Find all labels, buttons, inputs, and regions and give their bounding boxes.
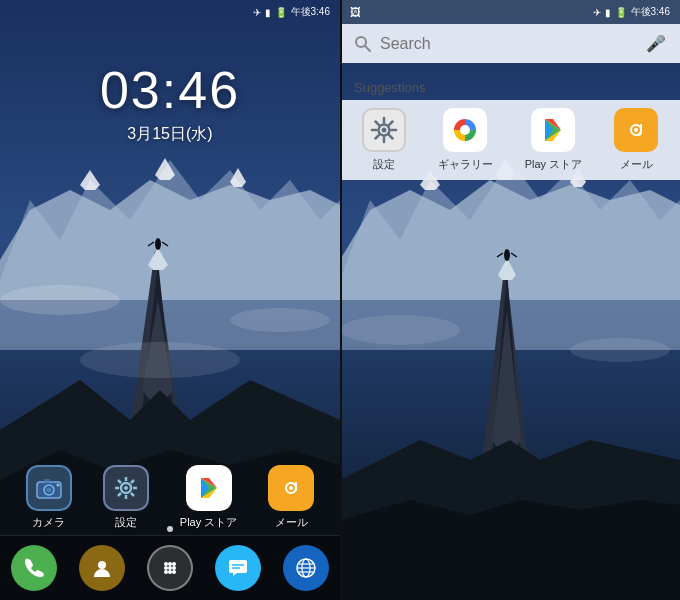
search-container: 🎤 (340, 24, 680, 63)
play-icon-left (186, 465, 232, 511)
svg-point-67 (504, 249, 510, 261)
page-dot (167, 526, 173, 532)
svg-line-83 (389, 135, 392, 138)
svg-rect-21 (44, 479, 50, 483)
sugg-play-icon (531, 108, 575, 152)
svg-point-77 (381, 128, 386, 133)
sugg-gallery-label: ギャラリー (438, 157, 493, 172)
svg-point-42 (172, 562, 176, 566)
svg-point-45 (172, 566, 176, 570)
airplane-icon-right: ✈ (593, 7, 601, 18)
svg-point-22 (56, 484, 59, 487)
suggestions-row: 設定 ギャラリー (340, 100, 680, 180)
dock-contacts[interactable] (79, 545, 125, 591)
svg-point-39 (98, 561, 106, 569)
sugg-mail[interactable]: メール (614, 108, 658, 172)
settings-icon-left (103, 465, 149, 511)
sugg-settings-label: 設定 (373, 157, 395, 172)
battery-icon-left: 🔋 (275, 7, 287, 18)
sugg-gallery-icon (443, 108, 487, 152)
app-mail[interactable]: メール (268, 465, 314, 530)
sugg-settings[interactable]: 設定 (362, 108, 406, 172)
svg-point-43 (164, 566, 168, 570)
left-panel: ✈ ▮ 🔋 午後3:46 03:46 3月15日(水) カメラ (0, 0, 340, 600)
svg-point-20 (46, 488, 51, 493)
sugg-mail-label: メール (620, 157, 653, 172)
dock-messages[interactable] (215, 545, 261, 591)
svg-point-16 (230, 308, 330, 332)
svg-point-86 (460, 125, 470, 135)
airplane-icon-left: ✈ (253, 7, 261, 18)
camera-icon (26, 465, 72, 511)
clock-time: 03:46 (0, 60, 340, 120)
bottom-apps-left: カメラ (0, 465, 340, 530)
sugg-mail-icon (614, 108, 658, 152)
status-bar-right: 🖼 ✈ ▮ 🔋 午後3:46 (340, 0, 680, 24)
dock-apps[interactable] (147, 545, 193, 591)
time-right: 午後3:46 (631, 5, 670, 19)
svg-point-40 (164, 562, 168, 566)
dock-browser[interactable] (283, 545, 329, 591)
sugg-play-label: Play ストア (525, 157, 582, 172)
svg-point-38 (289, 486, 293, 490)
page-dots (0, 526, 340, 532)
app-settings[interactable]: 設定 (103, 465, 149, 530)
panel-divider (340, 0, 342, 600)
sugg-play[interactable]: Play ストア (525, 108, 582, 172)
search-icon (354, 35, 372, 53)
svg-line-30 (131, 493, 134, 496)
photo-icon-right: 🖼 (350, 6, 361, 18)
svg-point-73 (570, 338, 670, 362)
svg-point-10 (155, 238, 161, 250)
mic-icon[interactable]: 🎤 (646, 34, 666, 53)
svg-point-72 (340, 315, 460, 345)
mail-icon-left (268, 465, 314, 511)
right-panel: 🖼 ✈ ▮ 🔋 午後3:46 🎤 Suggestions (340, 0, 680, 600)
svg-line-31 (131, 480, 134, 483)
dock-phone[interactable] (11, 545, 57, 591)
svg-line-84 (389, 122, 392, 125)
svg-point-17 (80, 342, 240, 378)
battery-icon-right: 🔋 (615, 7, 627, 18)
app-play[interactable]: Play ストア (180, 465, 237, 530)
svg-point-41 (168, 562, 172, 566)
svg-point-24 (124, 486, 128, 490)
svg-point-94 (634, 128, 638, 132)
signal-icon-right: ▮ (605, 7, 611, 18)
svg-point-47 (168, 570, 172, 574)
svg-line-32 (118, 493, 121, 496)
search-input[interactable] (380, 35, 638, 53)
svg-line-82 (375, 122, 378, 125)
svg-point-15 (0, 285, 120, 315)
time-left: 午後3:46 (291, 5, 330, 19)
status-bar-left: ✈ ▮ 🔋 午後3:46 (0, 0, 340, 24)
svg-marker-71 (340, 500, 680, 600)
sugg-settings-icon (362, 108, 406, 152)
clock-area: 03:46 3月15日(水) (0, 60, 340, 145)
search-box[interactable]: 🎤 (354, 34, 666, 53)
dock-left (0, 535, 340, 600)
svg-point-44 (168, 566, 172, 570)
svg-line-75 (365, 46, 370, 51)
app-camera[interactable]: カメラ (26, 465, 72, 530)
svg-point-48 (172, 570, 176, 574)
svg-line-85 (375, 135, 378, 138)
svg-line-29 (118, 480, 121, 483)
svg-rect-49 (229, 560, 247, 573)
suggestions-label: Suggestions (354, 80, 426, 95)
sugg-gallery[interactable]: ギャラリー (438, 108, 493, 172)
svg-point-46 (164, 570, 168, 574)
clock-date: 3月15日(水) (0, 124, 340, 145)
signal-icon-left: ▮ (265, 7, 271, 18)
